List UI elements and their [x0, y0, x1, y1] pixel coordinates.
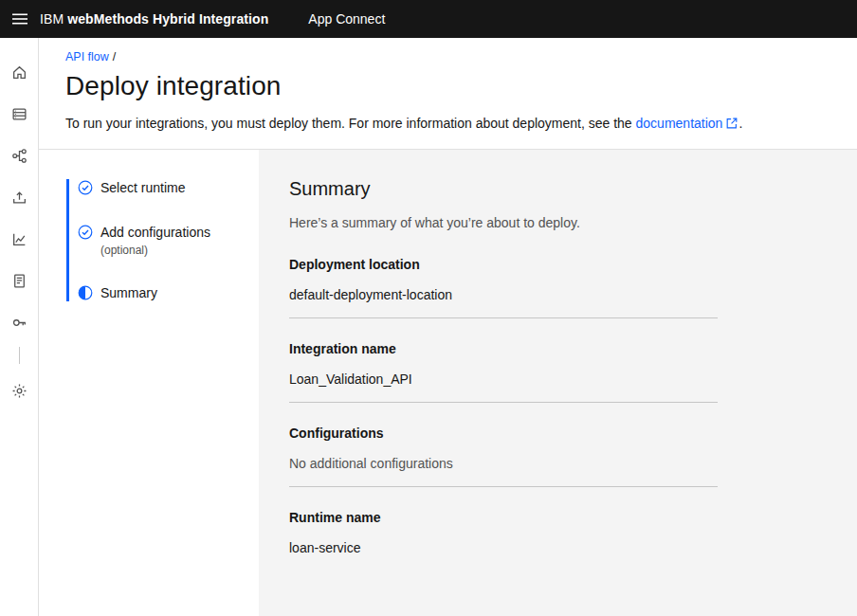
field-label: Integration name: [289, 341, 718, 356]
step-current-icon: [78, 285, 93, 300]
description-period: .: [738, 116, 742, 131]
step-label: Add configurations: [100, 225, 210, 240]
progress-panel: Select runtime Add configurations (optio…: [39, 150, 259, 616]
field-value: loan-service: [289, 540, 718, 555]
hamburger-icon: [10, 9, 29, 28]
breadcrumb: API flow/: [65, 50, 830, 63]
launch-icon[interactable]: [725, 117, 738, 130]
field-divider: [289, 486, 718, 487]
analytics-icon[interactable]: [0, 218, 38, 260]
deploy-icon[interactable]: [0, 176, 38, 218]
step-label: Select runtime: [100, 179, 185, 196]
description-text: To run your integrations, you must deplo…: [65, 116, 636, 131]
summary-subtitle: Here’s a summary of what you’re about to…: [289, 215, 827, 230]
breadcrumb-api-flow[interactable]: API flow: [65, 50, 109, 63]
field-configurations: Configurations No additional configurati…: [289, 426, 718, 487]
field-deployment-location: Deployment location default-deployment-l…: [289, 257, 718, 318]
top-nav: App Connect: [301, 0, 392, 38]
left-icon-rail: [0, 38, 39, 616]
field-value: Loan_Validation_API: [289, 371, 718, 387]
flow-icon[interactable]: [0, 135, 38, 176]
summary-panel: Summary Here’s a summary of what you’re …: [259, 150, 857, 616]
page-header-section: API flow/ Deploy integration To run your…: [39, 38, 857, 150]
field-label: Configurations: [289, 426, 718, 441]
page-description: To run your integrations, you must deplo…: [65, 115, 830, 132]
field-value: default-deployment-location: [289, 287, 718, 302]
step-label: Summary: [100, 284, 157, 301]
progress-indicator: Select runtime Add configurations (optio…: [66, 179, 240, 301]
field-label: Deployment location: [289, 257, 718, 272]
summary-title: Summary: [289, 178, 827, 200]
key-icon[interactable]: [0, 301, 38, 343]
brand-name: webMethods Hybrid Integration: [67, 11, 268, 27]
field-divider: [289, 317, 718, 318]
field-value: No additional configurations: [289, 456, 718, 471]
top-header: IBM webMethods Hybrid Integration App Co…: [0, 0, 857, 38]
step-sublabel: (optional): [100, 244, 210, 257]
step-complete-icon: [78, 225, 93, 240]
field-divider: [289, 402, 718, 403]
content-area: Select runtime Add configurations (optio…: [39, 150, 857, 616]
breadcrumb-separator: /: [113, 50, 116, 63]
home-icon[interactable]: [0, 51, 38, 93]
report-icon[interactable]: [0, 260, 38, 301]
step-complete-icon: [78, 180, 93, 195]
step-add-configurations[interactable]: Add configurations (optional): [78, 224, 240, 257]
nav-app-connect[interactable]: App Connect: [301, 0, 392, 38]
app-brand[interactable]: IBM webMethods Hybrid Integration: [40, 11, 268, 27]
menu-icon[interactable]: [0, 0, 40, 38]
catalog-icon[interactable]: [0, 93, 38, 135]
field-label: Runtime name: [289, 510, 718, 525]
documentation-link[interactable]: documentation: [636, 116, 723, 131]
settings-icon[interactable]: [0, 370, 38, 411]
step-summary[interactable]: Summary: [78, 284, 240, 301]
brand-prefix: IBM: [40, 11, 64, 27]
page-title: Deploy integration: [65, 71, 830, 101]
field-runtime-name: Runtime name loan-service: [289, 510, 718, 555]
rail-divider: [19, 347, 20, 364]
field-integration-name: Integration name Loan_Validation_API: [289, 341, 718, 403]
step-select-runtime[interactable]: Select runtime: [78, 179, 240, 196]
